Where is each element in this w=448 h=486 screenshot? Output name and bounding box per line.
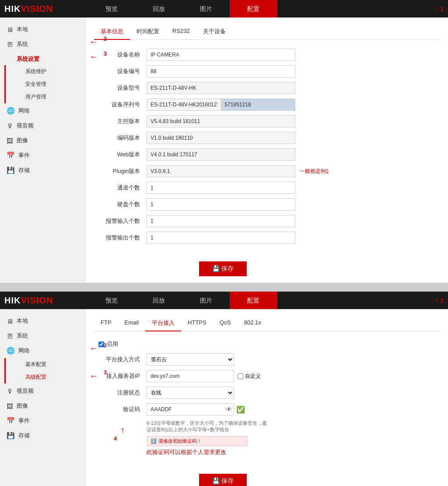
event-icon-1: 📅	[7, 151, 15, 159]
logo-hik: HIK	[4, 4, 21, 14]
input-alarm-out-1[interactable]	[147, 232, 295, 244]
input-server-ip-2[interactable]	[147, 370, 234, 382]
enable-row-2: 启用	[98, 340, 439, 348]
form-1: 设备名称 设备编号 设备型号 设备序列号	[94, 49, 439, 276]
sidebar-item-system-1[interactable]: 🖹 系统 ← 2	[0, 37, 85, 52]
sidebar-event-2[interactable]: 📅 事件	[0, 413, 85, 428]
save-button-2[interactable]: 💾 保存	[199, 474, 247, 486]
error-hint-2: ℹ️ 请修改初始验证码！	[147, 436, 247, 446]
tab-config-2[interactable]: 配置	[230, 292, 277, 309]
content-1: 基本信息 时间配置 RS232 关于设备 设备名称 设备编号	[85, 18, 448, 283]
label-device-num-1: 设备编号	[94, 67, 147, 75]
label-disk-1: 硬盘个数	[94, 201, 147, 208]
sidebar-users-1[interactable]: 用户管理	[6, 91, 85, 103]
annotation-1-arrow-1: ↑	[435, 4, 439, 14]
sub-tab-https-2[interactable]: HTTPS	[181, 316, 213, 331]
panel-2: HIKVISION 预览 回放 图片 配置 ↑ 1 🖥 本地 🖹 系统 🌐 网络	[0, 292, 448, 486]
save-button-1[interactable]: 💾 保存	[199, 261, 247, 276]
sidebar-local-2[interactable]: 🖥 本地	[0, 313, 85, 328]
input-web-ver-1	[147, 148, 295, 161]
error-text-2: 请修改初始验证码！	[158, 438, 202, 444]
app-body-2: 🖥 本地 🖹 系统 🌐 网络 ← 2 基本配置 高级配置 ← 3	[0, 309, 448, 486]
eye-icon-2[interactable]: 👁	[226, 406, 232, 413]
app-body-1: 🖥 本地 🖹 系统 ← 2 系统设置 ← 3 系统维护 安全管理 用户管理 🌐	[0, 18, 448, 283]
input-device-name-1[interactable]	[147, 49, 295, 61]
form-2: 平台接入方式 萤石云 接入服务器IP 自定义 注册状态	[94, 353, 439, 486]
input-disk-1[interactable]	[147, 198, 295, 211]
sub-tab-ftp-2[interactable]: FTP	[94, 316, 118, 331]
select-platform-type-2[interactable]: 萤石云	[147, 353, 234, 366]
sidebar-system-2[interactable]: 🖹 系统	[0, 328, 85, 343]
select-reg-status-2[interactable]: 在线	[147, 387, 234, 399]
custom-checkbox-label-2[interactable]: 自定义	[238, 373, 261, 380]
sidebar-maintenance-1[interactable]: 系统维护	[6, 65, 85, 78]
num-3-1: 3	[104, 50, 107, 57]
sidebar-storage-2[interactable]: 💾 存储	[0, 428, 85, 443]
sidebar-audio-2[interactable]: 🎙 视音频	[0, 384, 85, 398]
sub-tab-time-1[interactable]: 时间配置	[130, 24, 166, 40]
tab-preview-2[interactable]: 预览	[88, 292, 135, 309]
sidebar-item-audio-1[interactable]: 🎙 视音频	[0, 118, 85, 133]
sub-tab-email-2[interactable]: Email	[118, 316, 146, 331]
label-platform-type-2: 平台接入方式	[94, 356, 147, 363]
sidebar-label-local-2: 本地	[17, 317, 28, 325]
tab-picture-1[interactable]: 图片	[182, 0, 230, 18]
image-icon-1: 🖼	[7, 137, 13, 144]
sub-tab-802-2[interactable]: 802.1x	[238, 316, 268, 331]
tab-config-1[interactable]: 配置	[230, 0, 277, 18]
sidebar-item-event-1[interactable]: 📅 事件	[0, 148, 85, 163]
sidebar-label-image-1: 图像	[17, 137, 28, 144]
sub-tab-basic-1[interactable]: 基本信息	[94, 24, 130, 40]
form-row-enc-ver-1: 编码版本	[94, 132, 439, 144]
audio-icon-2: 🎙	[7, 387, 13, 395]
system-icon-1: 🖹	[7, 41, 13, 48]
enable-label-2: 启用	[107, 340, 118, 348]
plugin-note-1: 一般都是9位	[300, 168, 329, 175]
sidebar-item-image-1[interactable]: 🖼 图像	[0, 133, 85, 148]
tab-preview-1[interactable]: 预览	[88, 0, 135, 18]
sidebar-advanced-config-2[interactable]: 高级配置 ← 3	[6, 371, 85, 384]
sidebar-label-audio-1: 视音频	[17, 122, 34, 130]
input-verify-2[interactable]	[147, 403, 234, 416]
header-1: HIKVISION 预览 回放 图片 配置 ↑ 1	[0, 0, 448, 18]
num-2-2: 2	[104, 342, 107, 349]
panel-divider	[0, 283, 448, 292]
sub-tab-qos-2[interactable]: QoS	[213, 316, 238, 331]
label-reg-status-2: 注册状态	[94, 389, 147, 397]
sidebar-basic-config-2[interactable]: 基本配置	[6, 358, 85, 371]
form-row-main-ver-1: 主控版本	[94, 115, 439, 127]
input-alarm-in-1[interactable]	[147, 215, 295, 227]
sidebar-item-storage-1[interactable]: 💾 存储	[0, 163, 85, 178]
tab-picture-2[interactable]: 图片	[182, 292, 230, 309]
tab-playback-1[interactable]: 回放	[135, 0, 182, 18]
sidebar-image-2[interactable]: 🖼 图像	[0, 398, 85, 413]
label-web-ver-1: Web版本	[94, 151, 147, 158]
input-device-num-1[interactable]	[147, 65, 295, 77]
form-row-name-1: 设备名称	[94, 49, 439, 61]
form-row-channel-1: 通道个数	[94, 182, 439, 194]
sidebar-network-2[interactable]: 🌐 网络 ← 2	[0, 343, 85, 358]
sidebar-label-local-1: 本地	[17, 25, 28, 33]
save-label-1: 保存	[221, 265, 234, 272]
sub-tab-about-1[interactable]: 关于设备	[196, 24, 232, 40]
custom-label-2: 自定义	[245, 373, 261, 380]
save-label-2: 保存	[221, 477, 234, 484]
custom-checkbox-2[interactable]	[238, 373, 243, 379]
sub-tab-platform-2[interactable]: 平台接入	[145, 316, 181, 331]
sidebar-security-1[interactable]: 安全管理	[6, 78, 85, 91]
annotation-1-arrow-2: ↑	[435, 296, 439, 305]
tab-playback-2[interactable]: 回放	[135, 292, 182, 309]
system-settings-label-1: 系统设置	[17, 56, 39, 62]
sub-tabs-2: FTP Email 平台接入 HTTPS QoS 802.1x	[94, 316, 439, 331]
sidebar-2: 🖥 本地 🖹 系统 🌐 网络 ← 2 基本配置 高级配置 ← 3	[0, 309, 85, 486]
input-channel-1[interactable]	[147, 182, 295, 194]
sub-tab-rs232-1[interactable]: RS232	[166, 24, 196, 40]
sidebar-item-network-1[interactable]: 🌐 网络	[0, 103, 85, 118]
sidebar-system-settings-1[interactable]: 系统设置 ← 3	[0, 52, 85, 65]
audio-icon-1: 🎙	[7, 122, 13, 130]
storage-icon-2: 💾	[7, 432, 15, 440]
sidebar-item-local-1[interactable]: 🖥 本地	[0, 22, 85, 37]
save-icon-2: 💾	[212, 477, 220, 484]
form-row-web-ver-1: Web版本	[94, 148, 439, 161]
save-icon-1: 💾	[212, 265, 220, 272]
